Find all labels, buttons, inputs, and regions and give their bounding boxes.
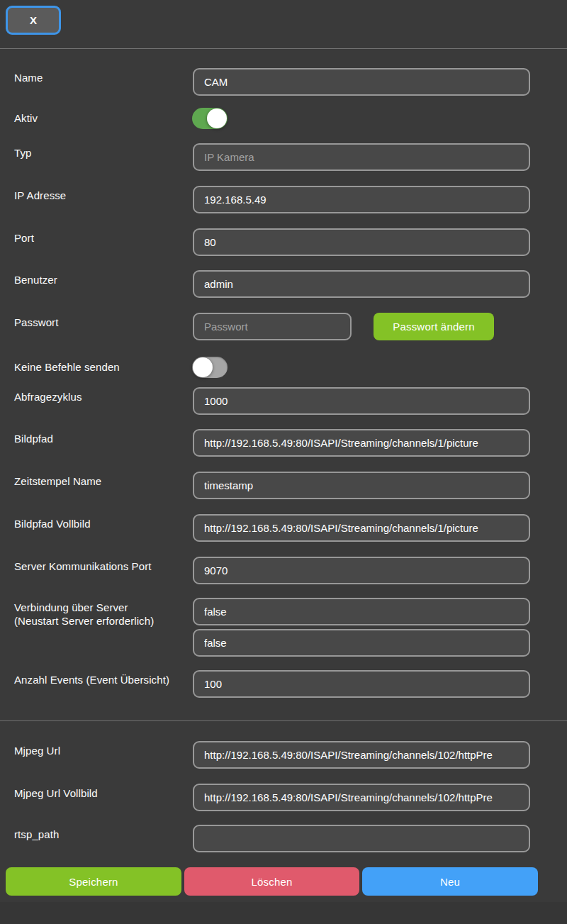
bildpfad-vollbild-input[interactable] [193, 514, 530, 542]
keine-befehle-toggle[interactable] [192, 357, 228, 378]
bildpfad-input[interactable] [193, 429, 530, 457]
verbindung-server-label-line2: (Neustart Server erforderlich) [14, 615, 154, 627]
passwort-aendern-button[interactable]: Passwort ändern [374, 313, 494, 340]
zeitstempel-name-label: Zeitstempel Name [14, 474, 101, 488]
abfragezyklus-input[interactable] [193, 387, 530, 415]
toggle-knob [193, 357, 213, 377]
benutzer-input[interactable] [193, 270, 530, 298]
neu-button[interactable]: Neu [362, 867, 538, 896]
mjpeg-url-vollbild-input[interactable] [193, 784, 530, 811]
name-input[interactable] [193, 68, 530, 96]
section-divider [0, 720, 567, 721]
loeschen-button[interactable]: Löschen [184, 867, 359, 896]
server-komm-port-label: Server Kommunikations Port [14, 560, 152, 573]
typ-input[interactable] [193, 143, 530, 171]
benutzer-label: Benutzer [14, 273, 57, 286]
toggle-knob [207, 108, 227, 128]
aktiv-label: Aktiv [14, 111, 38, 125]
verbindung-server-input-1[interactable] [193, 598, 530, 625]
verbindung-server-label-line1: Verbindung über Server [14, 601, 128, 613]
aktiv-toggle[interactable] [192, 108, 228, 129]
server-komm-port-input[interactable] [193, 557, 530, 584]
anzahl-events-input[interactable] [193, 670, 530, 698]
port-label: Port [14, 231, 34, 245]
bildpfad-label: Bildpfad [14, 432, 53, 445]
passwort-input[interactable] [193, 313, 352, 340]
abfragezyklus-label: Abfragezyklus [14, 390, 82, 403]
typ-label: Typ [14, 146, 31, 160]
ip-adresse-label: IP Adresse [14, 189, 66, 202]
port-input[interactable] [193, 228, 530, 256]
passwort-label: Passwort [14, 316, 59, 329]
rtsp-path-input[interactable] [193, 825, 530, 852]
verbindung-server-input-2[interactable] [193, 629, 530, 657]
speichern-button[interactable]: Speichern [6, 867, 181, 896]
verbindung-server-label: Verbindung über Server(Neustart Server e… [14, 601, 154, 628]
bildpfad-vollbild-label: Bildpfad Vollbild [14, 517, 91, 530]
mjpeg-url-vollbild-label: Mjpeg Url Vollbild [14, 786, 98, 800]
name-label: Name [14, 71, 43, 84]
close-button[interactable]: X [6, 6, 61, 35]
mjpeg-url-input[interactable] [193, 741, 530, 769]
top-divider [0, 48, 567, 49]
zeitstempel-name-input[interactable] [193, 472, 530, 499]
keine-befehle-label: Keine Befehle senden [14, 360, 120, 374]
footer-band [0, 902, 567, 924]
anzahl-events-label: Anzahl Events (Event Übersicht) [14, 673, 169, 686]
ip-adresse-input[interactable] [193, 186, 530, 213]
rtsp-path-label: rtsp_path [14, 828, 59, 841]
mjpeg-url-label: Mjpeg Url [14, 744, 60, 757]
